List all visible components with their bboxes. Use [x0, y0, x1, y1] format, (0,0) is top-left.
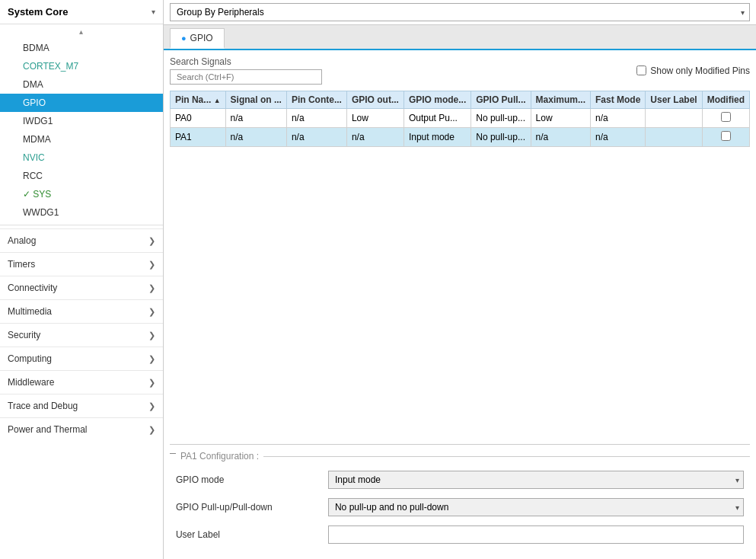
sidebar: System Core ▾ ▴ BDMA CORTEX_M7 DMA GPIO …: [0, 0, 164, 559]
sidebar-item-bdma[interactable]: BDMA: [0, 39, 163, 57]
config-section: PA1 Configuration : GPIO mode Input mode…: [170, 444, 750, 553]
sidebar-section-power-thermal[interactable]: Power and Thermal ❯: [0, 417, 163, 441]
signal-table: Pin Na... ▲ Signal on ... Pin Conte... G…: [170, 91, 750, 147]
sidebar-section-connectivity-chevron: ❯: [148, 283, 155, 293]
sidebar-section-multimedia[interactable]: Multimedia ❯: [0, 299, 163, 323]
sidebar-section-power-thermal-chevron: ❯: [148, 425, 155, 435]
tab-gpio-icon: ●: [181, 34, 187, 43]
sidebar-item-dma[interactable]: DMA: [0, 75, 163, 94]
search-bar: Search Signals Show only Modified Pins: [170, 56, 750, 85]
sidebar-section-computing[interactable]: Computing ❯: [0, 347, 163, 370]
sidebar-collapse-arrow[interactable]: ▾: [152, 8, 155, 16]
show-modified-label: Show only Modified Pins: [650, 65, 750, 76]
sidebar-item-wwdg1[interactable]: WWDG1: [0, 203, 163, 222]
sidebar-section-connectivity-label: Connectivity: [8, 283, 57, 293]
sidebar-section-analog[interactable]: Analog ❯: [0, 228, 163, 252]
show-modified-checkbox[interactable]: [636, 65, 646, 75]
modified-checkbox[interactable]: [721, 112, 731, 122]
search-section: Search Signals: [170, 56, 322, 85]
sidebar-section-middleware-label: Middleware: [8, 377, 54, 388]
table-header-row: Pin Na... ▲ Signal on ... Pin Conte... G…: [170, 91, 749, 109]
sidebar-section-middleware[interactable]: Middleware ❯: [0, 370, 163, 394]
sidebar-section-security-label: Security: [8, 330, 40, 340]
main-layout: System Core ▾ ▴ BDMA CORTEX_M7 DMA GPIO …: [0, 0, 756, 559]
show-modified-section: Show only Modified Pins: [636, 65, 750, 76]
main-content: Group By Peripherals Group By IP ▾ ● GPI…: [164, 0, 756, 559]
group-by-wrapper[interactable]: Group By Peripherals Group By IP ▾: [170, 3, 750, 21]
sidebar-up-arrow[interactable]: ▴: [0, 24, 163, 39]
tab-gpio-label: GPIO: [190, 33, 213, 43]
sidebar-section-middleware-chevron: ❯: [148, 378, 155, 388]
group-by-bar: Group By Peripherals Group By IP ▾: [164, 0, 756, 25]
sidebar-section-trace-debug-label: Trace and Debug: [8, 401, 78, 411]
sidebar-section-timers-chevron: ❯: [148, 260, 155, 270]
config-gpio-mode-row: GPIO mode Input mode Output Push Pull Ou…: [170, 471, 750, 489]
table-spacer: [170, 153, 750, 441]
col-signal-on[interactable]: Signal on ...: [225, 91, 286, 109]
sidebar-item-gpio[interactable]: GPIO: [0, 94, 163, 112]
col-gpio-pull[interactable]: GPIO Pull...: [471, 91, 531, 109]
col-gpio-output[interactable]: GPIO out...: [346, 91, 404, 109]
col-user-label[interactable]: User Label: [646, 91, 702, 109]
sidebar-item-cortex-m7[interactable]: CORTEX_M7: [0, 57, 163, 75]
sidebar-section-security[interactable]: Security ❯: [0, 323, 163, 347]
sort-arrow: ▲: [214, 97, 221, 104]
sidebar-title: System Core: [8, 6, 68, 18]
sidebar-item-sys[interactable]: SYS: [0, 185, 163, 203]
search-input[interactable]: [170, 69, 322, 85]
config-title: PA1 Configuration :: [170, 451, 750, 462]
config-gpio-mode-select[interactable]: Input mode Output Push Pull Output Open …: [328, 471, 744, 489]
sidebar-section-power-thermal-label: Power and Thermal: [8, 424, 88, 435]
sidebar-section-timers[interactable]: Timers ❯: [0, 252, 163, 276]
config-user-label-row: User Label: [170, 525, 750, 544]
sidebar-section-analog-chevron: ❯: [148, 236, 155, 246]
config-gpio-pull-label: GPIO Pull-up/Pull-down: [176, 502, 328, 513]
col-gpio-mode[interactable]: GPIO mode...: [404, 91, 471, 109]
col-modified[interactable]: Modified: [702, 91, 749, 109]
config-gpio-pull-select[interactable]: No pull-up and no pull-down Pull-up Pull…: [328, 498, 744, 516]
sidebar-section-timers-label: Timers: [8, 259, 35, 270]
group-by-select[interactable]: Group By Peripherals Group By IP: [171, 4, 749, 21]
sidebar-section-computing-chevron: ❯: [148, 354, 155, 364]
tab-bar: ● GPIO: [164, 25, 756, 50]
sidebar-section-computing-label: Computing: [8, 353, 52, 364]
col-pin-name[interactable]: Pin Na... ▲: [170, 91, 225, 109]
config-gpio-pull-wrapper: No pull-up and no pull-down Pull-up Pull…: [328, 498, 744, 516]
config-user-label-input[interactable]: [328, 525, 744, 544]
config-gpio-mode-label: GPIO mode: [176, 474, 328, 485]
gpio-content: Search Signals Show only Modified Pins P…: [164, 50, 756, 559]
sidebar-section-multimedia-chevron: ❯: [148, 307, 155, 317]
sidebar-section-security-chevron: ❯: [148, 331, 155, 340]
config-user-label-label: User Label: [176, 529, 328, 540]
table-row[interactable]: PA0n/an/aLowOutput Pu...No pull-up...Low…: [170, 109, 749, 128]
sidebar-section-multimedia-label: Multimedia: [8, 306, 52, 317]
sidebar-section-analog-label: Analog: [8, 235, 36, 246]
sidebar-section-trace-debug[interactable]: Trace and Debug ❯: [0, 394, 163, 417]
config-title-text: PA1 Configuration :: [180, 451, 259, 462]
sidebar-item-mdma[interactable]: MDMA: [0, 130, 163, 149]
search-label: Search Signals: [170, 56, 322, 67]
modified-checkbox[interactable]: [721, 131, 731, 141]
sidebar-header[interactable]: System Core ▾: [0, 0, 163, 24]
config-gpio-pull-row: GPIO Pull-up/Pull-down No pull-up and no…: [170, 498, 750, 516]
sidebar-section-connectivity[interactable]: Connectivity ❯: [0, 276, 163, 299]
col-maximum[interactable]: Maximum...: [531, 91, 590, 109]
sidebar-item-nvic[interactable]: NVIC: [0, 149, 163, 167]
col-pin-context[interactable]: Pin Conte...: [286, 91, 346, 109]
col-fast-mode[interactable]: Fast Mode: [590, 91, 645, 109]
sidebar-section-trace-debug-chevron: ❯: [148, 401, 155, 411]
sidebar-item-rcc[interactable]: RCC: [0, 167, 163, 185]
sidebar-item-iwdg1[interactable]: IWDG1: [0, 112, 163, 130]
table-row[interactable]: PA1n/an/an/aInput modeNo pull-up...n/an/…: [170, 128, 749, 147]
sidebar-divider-1: [0, 225, 163, 225]
config-gpio-mode-wrapper: Input mode Output Push Pull Output Open …: [328, 471, 744, 489]
tab-gpio[interactable]: ● GPIO: [170, 28, 225, 49]
